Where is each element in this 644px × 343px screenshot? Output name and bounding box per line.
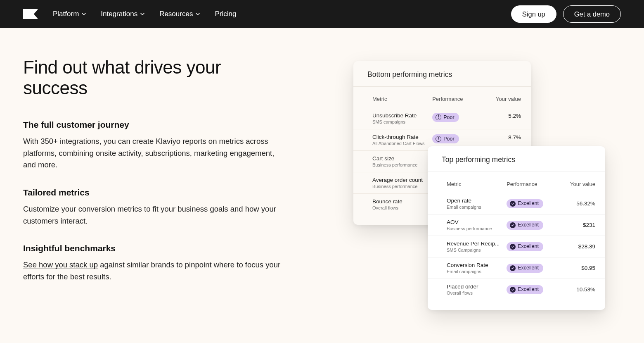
performance-cell: Excellent <box>507 242 554 251</box>
metric-cell: Average order count Business performance <box>372 177 432 189</box>
metric-cell: Placed order Overall flows <box>447 283 507 295</box>
metric-cell: Bounce rate Overall flows <box>372 198 432 210</box>
nav-item-label: Integrations <box>101 10 137 18</box>
section-customer-journey: The full customer journey With 350+ inte… <box>23 120 287 171</box>
nav-item-label: Platform <box>53 10 79 18</box>
metric-subtext: Business performance <box>372 162 432 167</box>
poor-badge: ! Poor <box>432 134 459 143</box>
chevron-down-icon <box>140 12 144 16</box>
nav-buttons: Sign up Get a demo <box>511 5 621 23</box>
excellent-badge: Excellent <box>507 199 543 208</box>
metric-subtext: Overall flows <box>447 291 507 295</box>
excellent-badge: Excellent <box>507 264 543 273</box>
nav-item-label: Resources <box>159 10 193 18</box>
metric-subtext: Business performance <box>372 184 432 189</box>
check-icon <box>510 201 516 207</box>
performance-cell: Excellent <box>507 264 554 273</box>
performance-cell: Excellent <box>507 285 554 294</box>
metric-name: Placed order <box>447 283 507 290</box>
card-title: Top performing metrics <box>428 146 605 172</box>
value-cell: $0.95 <box>554 265 595 271</box>
metric-cell: Open rate Email campaigns <box>447 198 507 210</box>
metric-cell: Cart size Business performance <box>372 155 432 167</box>
col-metric: Metric <box>372 96 432 102</box>
logo[interactable] <box>23 9 38 19</box>
poor-badge: ! Poor <box>432 113 459 122</box>
check-icon <box>510 265 516 271</box>
card-body: Metric Performance Your value Open rate … <box>428 172 605 310</box>
col-performance: Performance <box>507 181 554 187</box>
metric-name: Conversion Rate <box>447 262 507 268</box>
value-cell: $231 <box>554 222 595 228</box>
metric-subtext: Business performance <box>447 226 507 231</box>
signup-button[interactable]: Sign up <box>511 5 556 23</box>
excellent-badge: Excellent <box>507 221 543 230</box>
performance-cell: Excellent <box>507 199 554 208</box>
metric-cell: Click-through Rate All Abandoned Cart Fl… <box>372 134 432 146</box>
section-heading: Insightful benchmarks <box>23 243 287 253</box>
get-demo-button[interactable]: Get a demo <box>563 5 621 23</box>
value-cell: 10.53% <box>554 286 595 293</box>
badge-label: Excellent <box>518 201 539 206</box>
performance-cell: ! Poor <box>432 112 480 122</box>
metric-cell: Unsubscribe Rate SMS campaigns <box>372 112 432 124</box>
metric-cell: Revenue Per Recip... SMS Campaigns <box>447 241 507 252</box>
cards-area: Bottom performing metrics Metric Perform… <box>312 57 621 343</box>
section-body: Customize your conversion metrics to fit… <box>23 203 287 227</box>
metric-name: Click-through Rate <box>372 134 432 140</box>
chevron-down-icon <box>196 12 200 16</box>
col-value: Your value <box>480 96 521 102</box>
section-body: With 350+ integrations, you can create K… <box>23 136 287 171</box>
nav-item-label: Pricing <box>215 10 236 18</box>
excellent-badge: Excellent <box>507 242 543 251</box>
inline-link[interactable]: Customize your conversion metrics <box>23 205 142 213</box>
value-cell: $28.39 <box>554 243 595 250</box>
nav-item-resources[interactable]: Resources <box>159 10 200 18</box>
col-value: Your value <box>554 181 595 187</box>
svg-marker-0 <box>23 9 38 19</box>
text-column: Find out what drives your success The fu… <box>23 57 287 343</box>
card-title: Bottom performing metrics <box>353 61 531 87</box>
col-metric: Metric <box>447 181 507 187</box>
table-row: Revenue Per Recip... SMS Campaigns Excel… <box>428 236 605 257</box>
metric-subtext: Email campaigns <box>447 269 507 274</box>
section-benchmarks: Insightful benchmarks See how you stack … <box>23 243 287 283</box>
check-icon <box>510 244 516 250</box>
col-performance: Performance <box>432 96 480 102</box>
table-rows: Open rate Email campaigns Excellent 56.3… <box>428 193 605 300</box>
section-body: See how you stack up against similar bra… <box>23 259 287 283</box>
section-heading: Tailored metrics <box>23 188 287 198</box>
metric-name: Open rate <box>447 198 507 204</box>
metric-cell: Conversion Rate Email campaigns <box>447 262 507 274</box>
badge-label: Poor <box>443 136 454 142</box>
metric-subtext: SMS Campaigns <box>447 248 507 252</box>
alert-icon: ! <box>436 114 441 120</box>
nav-item-pricing[interactable]: Pricing <box>215 10 236 18</box>
badge-label: Excellent <box>518 265 539 271</box>
metric-subtext: SMS campaigns <box>372 119 432 124</box>
value-cell: 56.32% <box>554 200 595 207</box>
metric-name: Revenue Per Recip... <box>447 241 507 247</box>
metric-name: Unsubscribe Rate <box>372 112 432 119</box>
check-icon <box>510 222 516 228</box>
metric-name: Cart size <box>372 155 432 162</box>
nav-item-integrations[interactable]: Integrations <box>101 10 144 18</box>
table-header: Metric Performance Your value <box>428 172 605 193</box>
metric-subtext: Email campaigns <box>447 205 507 210</box>
table-row: Unsubscribe Rate SMS campaigns ! Poor 5.… <box>353 108 531 129</box>
top-metrics-card: Top performing metrics Metric Performanc… <box>428 146 605 310</box>
nav-item-platform[interactable]: Platform <box>53 10 86 18</box>
table-row: AOV Business performance Excellent $231 <box>428 214 605 236</box>
page-title: Find out what drives your success <box>23 57 287 98</box>
metric-subtext: All Abandoned Cart Flows <box>372 141 432 146</box>
alert-icon: ! <box>436 136 441 142</box>
metric-name: AOV <box>447 219 507 225</box>
table-row: Conversion Rate Email campaigns Excellen… <box>428 257 605 279</box>
table-row: Placed order Overall flows Excellent 10.… <box>428 279 605 300</box>
main-content: Find out what drives your success The fu… <box>0 28 644 343</box>
performance-cell: Excellent <box>507 221 554 230</box>
table-row: Open rate Email campaigns Excellent 56.3… <box>428 193 605 214</box>
inline-link[interactable]: See how you stack up <box>23 260 98 269</box>
metric-name: Bounce rate <box>372 198 432 205</box>
metric-name: Average order count <box>372 177 432 183</box>
